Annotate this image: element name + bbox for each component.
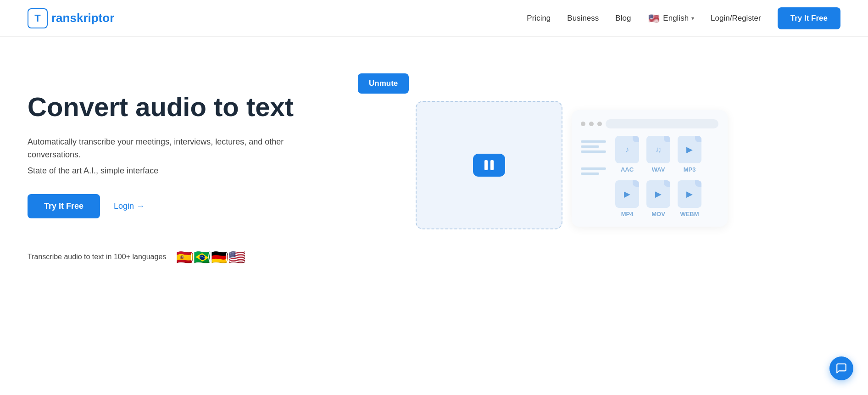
formats-card: ♪ AAC ♫ WAV ▶ MP3 bbox=[572, 110, 728, 227]
format-label-webm: WEBM bbox=[680, 211, 699, 217]
browser-bar bbox=[581, 119, 718, 128]
hero-subtitle: Automatically transcribe your meetings, … bbox=[28, 135, 303, 162]
format-label-mp4: MP4 bbox=[621, 211, 634, 217]
hero-left: Convert audio to text Automatically tran… bbox=[28, 73, 303, 268]
logo-text: ranskriptor bbox=[51, 11, 114, 25]
mp4-icon: ▶ bbox=[615, 180, 639, 208]
hero-title: Convert audio to text bbox=[28, 92, 303, 122]
try-it-free-hero-button[interactable]: Try It Free bbox=[28, 194, 100, 218]
text-line bbox=[581, 140, 606, 143]
language-selector[interactable]: 🇺🇸 English ▾ bbox=[647, 12, 694, 25]
languages-row: Transcribe audio to text in 100+ languag… bbox=[28, 246, 303, 268]
hero-right: Unmute bbox=[303, 73, 840, 229]
dot3 bbox=[597, 122, 602, 126]
chevron-down-icon: ▾ bbox=[691, 15, 694, 22]
format-label-aac: AAC bbox=[621, 166, 634, 173]
note-icon: ♫ bbox=[655, 145, 662, 155]
hero-actions: Try It Free Login → bbox=[28, 194, 303, 218]
play-icon: ▶ bbox=[686, 189, 693, 199]
pause-icon bbox=[484, 160, 494, 170]
dot1 bbox=[581, 122, 585, 126]
login-register-link[interactable]: Login/Register bbox=[711, 14, 761, 23]
hero-sub2: State of the art A.I., simple interface bbox=[28, 166, 303, 176]
nav-business[interactable]: Business bbox=[567, 14, 599, 23]
format-webm: ▶ WEBM bbox=[678, 180, 701, 217]
nav-blog[interactable]: Blog bbox=[615, 14, 631, 23]
play-icon: ▶ bbox=[686, 145, 693, 155]
nav-pricing[interactable]: Pricing bbox=[527, 14, 551, 23]
aac-icon: ♪ bbox=[615, 136, 639, 163]
format-mp4: ▶ MP4 bbox=[615, 180, 639, 217]
language-flag: 🇺🇸 bbox=[647, 12, 660, 25]
play-icon: ▶ bbox=[624, 189, 630, 199]
webm-icon: ▶ bbox=[678, 180, 701, 208]
pause-bar-left bbox=[484, 160, 488, 170]
text-line bbox=[581, 145, 599, 148]
navbar: T ranskriptor Pricing Business Blog 🇺🇸 E… bbox=[0, 0, 868, 37]
pause-bar-right bbox=[490, 160, 494, 170]
note-icon: ♪ bbox=[625, 145, 629, 155]
logo-icon: T bbox=[28, 8, 48, 28]
language-label: English bbox=[663, 14, 689, 23]
search-bar-fake bbox=[606, 119, 718, 128]
chat-icon bbox=[835, 362, 847, 374]
flag-usa: 🇺🇸 bbox=[226, 246, 248, 268]
format-mp3: ▶ MP3 bbox=[678, 136, 701, 173]
dot2 bbox=[589, 122, 594, 126]
play-icon: ▶ bbox=[655, 189, 662, 199]
format-mov: ▶ MOV bbox=[646, 180, 670, 217]
pause-button[interactable] bbox=[473, 154, 505, 177]
format-wav: ♫ WAV bbox=[646, 136, 670, 173]
flag-stack: 🇪🇸 🇧🇷 🇩🇪 🇺🇸 bbox=[173, 246, 248, 268]
formats-grid: ♪ AAC ♫ WAV ▶ MP3 bbox=[615, 136, 701, 217]
mov-icon: ▶ bbox=[646, 180, 670, 208]
text-line bbox=[581, 172, 599, 175]
format-label-mp3: MP3 bbox=[684, 166, 696, 173]
chat-bubble[interactable] bbox=[829, 356, 853, 380]
player-card bbox=[416, 101, 562, 229]
logo[interactable]: T ranskriptor bbox=[28, 8, 114, 28]
try-it-free-nav-button[interactable]: Try It Free bbox=[778, 7, 840, 29]
format-label-wav: WAV bbox=[652, 166, 665, 173]
hero-section: Convert audio to text Automatically tran… bbox=[0, 37, 868, 367]
login-link[interactable]: Login → bbox=[114, 201, 145, 211]
text-line bbox=[581, 150, 606, 153]
unmute-button[interactable]: Unmute bbox=[358, 73, 409, 94]
languages-text: Transcribe audio to text in 100+ languag… bbox=[28, 253, 166, 261]
format-aac: ♪ AAC bbox=[615, 136, 639, 173]
wav-icon: ♫ bbox=[646, 136, 670, 163]
mp3-icon: ▶ bbox=[678, 136, 701, 163]
text-line bbox=[581, 167, 606, 170]
nav-links: Pricing Business Blog 🇺🇸 English ▾ Login… bbox=[527, 7, 840, 29]
format-label-mov: MOV bbox=[651, 211, 665, 217]
